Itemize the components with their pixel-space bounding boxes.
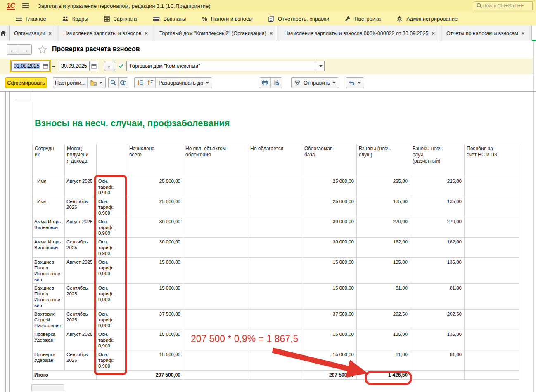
- total-cell[interactable]: [97, 371, 127, 380]
- tab-6[interactable]: Проверка расчета взносов: [531, 26, 536, 41]
- cell-month[interactable]: Сентябрь 2025: [65, 238, 97, 258]
- column-header[interactable]: Начислено всего: [127, 144, 183, 177]
- cell-employee[interactable]: - Имя -: [33, 177, 65, 197]
- cell-not_taxed[interactable]: [248, 350, 302, 371]
- cell-benefits[interactable]: [465, 284, 519, 310]
- date-to-calendar-button[interactable]: [89, 61, 98, 71]
- column-header[interactable]: Облагаемая база: [302, 144, 357, 177]
- tab-close-icon[interactable]: ×: [432, 30, 435, 36]
- cell-accrued[interactable]: 25 000,00: [127, 197, 183, 217]
- column-header[interactable]: Месяц получения дохода: [65, 144, 97, 177]
- cell-month[interactable]: Август 2025: [65, 258, 97, 284]
- cell-benefits[interactable]: [465, 330, 519, 350]
- column-header[interactable]: Сотрудник: [33, 144, 65, 177]
- menu-item-8[interactable]: Администрирование: [396, 16, 458, 22]
- cell-not_object[interactable]: [183, 217, 248, 238]
- cell-base[interactable]: 37 500,00: [302, 310, 357, 330]
- cell-month[interactable]: Сентябрь 2025: [65, 284, 97, 310]
- cell-employee[interactable]: Проверка Удержан: [33, 350, 65, 371]
- organization-dropdown-button[interactable]: [317, 61, 324, 71]
- total-cell[interactable]: [248, 371, 302, 380]
- tab-2[interactable]: Начисление зарплаты и взносов ×: [59, 26, 152, 41]
- print-preview-button[interactable]: [270, 78, 282, 88]
- column-header[interactable]: Взносы несч. случ. (расчетный): [410, 144, 465, 177]
- cell-contrib_calc[interactable]: 270,00: [410, 217, 465, 238]
- cell-tariff[interactable]: Осн. тариф: 0,900: [97, 330, 127, 350]
- cell-not_object[interactable]: [183, 310, 248, 330]
- cell-benefits[interactable]: [465, 238, 519, 258]
- column-header[interactable]: Не облагается: [248, 144, 302, 177]
- cell-benefits[interactable]: [465, 217, 519, 238]
- cell-employee[interactable]: Бахшиев Павел Иннокентьевич: [33, 284, 65, 310]
- cell-month[interactable]: Август 2025: [65, 217, 97, 238]
- cell-base[interactable]: 15 000,00: [302, 258, 357, 284]
- send-button[interactable]: Отправить: [292, 78, 339, 88]
- cell-tariff[interactable]: Осн. тариф: 0,900: [97, 238, 127, 258]
- cell-benefits[interactable]: [465, 197, 519, 217]
- cell-contrib_calc[interactable]: 135,00: [410, 258, 465, 284]
- cell-not_object[interactable]: [183, 330, 248, 350]
- cell-employee[interactable]: - Имя -: [33, 197, 65, 217]
- column-header[interactable]: Не явл. объектом обложения: [183, 144, 248, 177]
- search-input[interactable]: [482, 3, 528, 9]
- main-menu-icon[interactable]: [22, 3, 29, 8]
- tab-1[interactable]: Организации ×: [9, 26, 56, 41]
- cell-benefits[interactable]: [465, 350, 519, 371]
- cell-not_taxed[interactable]: [248, 177, 302, 197]
- cell-not_taxed[interactable]: [248, 310, 302, 330]
- cell-contrib[interactable]: 225,00: [357, 177, 410, 197]
- cell-not_object[interactable]: [183, 197, 248, 217]
- cell-not_taxed[interactable]: [248, 284, 302, 310]
- cell-accrued[interactable]: 30 000,00: [127, 217, 183, 238]
- cell-employee[interactable]: Бахшиев Павел Иннокентьевич: [33, 258, 65, 284]
- cell-contrib_calc[interactable]: 135,00: [410, 197, 465, 217]
- cell-month[interactable]: Сентябрь 2025: [65, 197, 97, 217]
- tab-4[interactable]: Начисление зарплаты и взносов 00ЗК-00002…: [280, 26, 439, 41]
- cell-contrib[interactable]: 135,00: [357, 258, 410, 284]
- find-button[interactable]: [109, 78, 118, 88]
- cell-not_object[interactable]: [183, 284, 248, 310]
- tab-close-icon[interactable]: ×: [522, 30, 525, 36]
- cell-accrued[interactable]: 15 000,00: [127, 350, 183, 371]
- column-header[interactable]: Взносы (несч. случ.): [357, 144, 410, 177]
- cell-not_object[interactable]: [183, 177, 248, 197]
- settings-button[interactable]: Настройки...: [53, 78, 87, 88]
- expand-groups-button[interactable]: [145, 78, 155, 88]
- cell-not_taxed[interactable]: [248, 197, 302, 217]
- cell-accrued[interactable]: 15 000,00: [127, 258, 183, 284]
- tab-3[interactable]: Торговый дом "Комплексный" (Организация)…: [155, 26, 277, 41]
- cell-benefits[interactable]: [465, 310, 519, 330]
- cell-contrib_calc[interactable]: 225,00: [410, 177, 465, 197]
- menu-item-2[interactable]: Кадры: [62, 16, 88, 22]
- cell-not_taxed[interactable]: [248, 238, 302, 258]
- total-cell[interactable]: [410, 371, 465, 380]
- find-next-button[interactable]: [118, 78, 128, 88]
- cell-benefits[interactable]: [465, 177, 519, 197]
- total-cell[interactable]: 1 426,50: [357, 371, 410, 380]
- cell-tariff[interactable]: Осн. тариф: 0,900: [97, 197, 127, 217]
- cell-tariff[interactable]: Осн. тариф: 0,900: [97, 284, 127, 310]
- period-more-button[interactable]: ...: [104, 61, 115, 71]
- cell-month[interactable]: Сентябрь 2025: [65, 310, 97, 330]
- global-search[interactable]: [474, 1, 533, 10]
- menu-item-3[interactable]: Зарплата: [104, 16, 137, 22]
- column-header[interactable]: [97, 144, 127, 177]
- cell-month[interactable]: Август 2025: [65, 330, 97, 350]
- cell-employee[interactable]: Проверка Удержан: [33, 330, 65, 350]
- cell-contrib[interactable]: 162,00: [357, 238, 410, 258]
- favorite-star-icon[interactable]: [38, 45, 47, 54]
- history-button[interactable]: [346, 78, 364, 88]
- cell-accrued[interactable]: 30 000,00: [127, 238, 183, 258]
- cell-not_object[interactable]: [183, 258, 248, 284]
- date-from-field[interactable]: 01.08.2025: [11, 61, 50, 71]
- cell-not_object[interactable]: [183, 238, 248, 258]
- cell-base[interactable]: 30 000,00: [302, 238, 357, 258]
- cell-month[interactable]: Август 2025: [65, 177, 97, 197]
- cell-tariff[interactable]: Осн. тариф: 0,900: [97, 350, 127, 371]
- cell-base[interactable]: 15 000,00: [302, 350, 357, 371]
- cell-contrib_calc[interactable]: 162,00: [410, 238, 465, 258]
- cell-tariff[interactable]: Осн. тариф: 0,900: [97, 310, 127, 330]
- cell-base[interactable]: 15 000,00: [302, 284, 357, 310]
- total-cell[interactable]: 207 500,00: [127, 371, 183, 380]
- expand-to-button[interactable]: Разворачивать до: [155, 78, 212, 88]
